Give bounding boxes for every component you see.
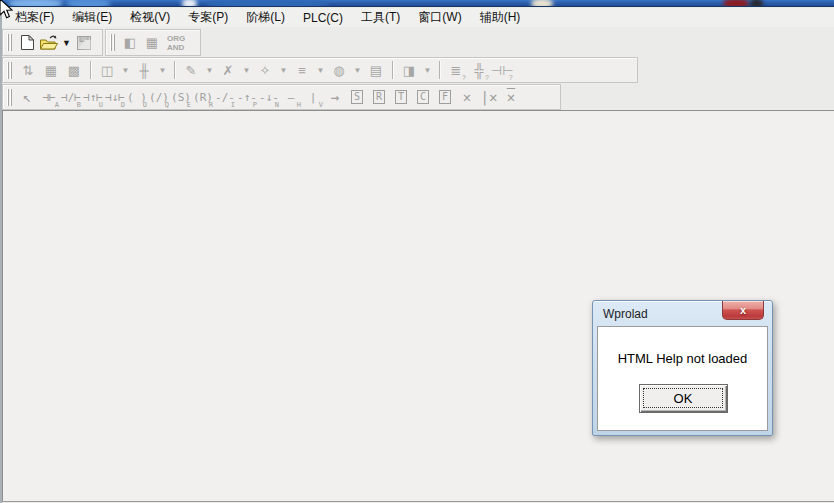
wallpaper-blob — [531, 0, 553, 7]
message-dialog: Wprolad x HTML Help not loaded OK — [592, 300, 773, 436]
toolbar-separator — [392, 61, 393, 79]
arrow-icon: → — [331, 89, 339, 105]
device-lamp-dropdown[interactable]: ▼ — [351, 60, 364, 81]
ladder-window-button[interactable]: ◧ — [119, 32, 141, 53]
toolbar-grip[interactable] — [7, 89, 13, 106]
contact-falling-tool-button[interactable]: ⊣↓⊢D — [104, 87, 126, 108]
contact-rising-tool-button[interactable]: ⊣↑⊢U — [82, 87, 104, 108]
pointer-tool-button[interactable]: ↖ — [16, 87, 38, 108]
edit-mode-button[interactable]: ✎ — [180, 60, 202, 81]
sfc-view-dropdown[interactable]: ▼ — [119, 60, 132, 81]
sfc-view-button[interactable]: ◫ — [96, 60, 118, 81]
open-file-button[interactable] — [38, 32, 60, 53]
dialog-body: HTML Help not loaded OK — [597, 326, 768, 431]
device-monitor-button[interactable]: ▩ — [63, 60, 85, 81]
menu-edit[interactable]: 编辑(E) — [63, 7, 121, 28]
ladder-view-button[interactable]: ╫ — [133, 60, 155, 81]
open-dropdown-arrow[interactable]: ▼ — [60, 32, 73, 53]
device-lamp-icon: ◍ — [333, 63, 344, 78]
toolbar-separator — [439, 61, 440, 79]
toolbar-grip[interactable] — [7, 34, 13, 51]
menu-ladder[interactable]: 阶梯(L) — [237, 7, 294, 28]
delete-vline-icon: |✕ — [481, 89, 498, 105]
counter-tool-button[interactable]: C — [412, 87, 434, 108]
dialog-close-button[interactable]: x — [722, 301, 764, 320]
function-tool-button[interactable]: F — [434, 87, 456, 108]
invert-tool-button[interactable]: -/-I — [214, 87, 236, 108]
new-file-button[interactable] — [16, 32, 38, 53]
instruction-list-dropdown[interactable]: ▼ — [314, 60, 327, 81]
coil-tool-button[interactable]: ( )O — [126, 87, 148, 108]
simulator-button[interactable]: ▦ — [40, 60, 62, 81]
timer-tool-button[interactable]: T — [390, 87, 412, 108]
comment-table-button[interactable]: ▤ — [365, 60, 387, 81]
step-r-tool-button[interactable]: R — [368, 87, 390, 108]
device-lamp-button[interactable]: ◍ — [328, 60, 350, 81]
function-icon: F — [439, 90, 451, 104]
save-button[interactable] — [73, 32, 95, 53]
instruction-keypad-button[interactable]: ▦ — [141, 32, 163, 53]
help-instruction-icon: ≣ — [451, 63, 462, 78]
delete-vline-tool-button[interactable]: |✕ — [478, 87, 500, 108]
ladder-view-icon: ╫ — [139, 63, 148, 78]
close-icon: x — [740, 305, 746, 316]
edit-mode-dropdown[interactable]: ▼ — [203, 60, 216, 81]
rising-pulse-tool-button[interactable]: -↑-P — [236, 87, 258, 108]
help-instruction-button[interactable]: ≣ ? — [445, 60, 467, 81]
menu-plc[interactable]: PLC(C) — [294, 9, 352, 27]
device-monitor-icon: ▩ — [68, 63, 80, 78]
hline-tool-button[interactable]: —H — [280, 87, 302, 108]
help-ladder-icon: ╬ — [474, 63, 483, 78]
offline-user-button[interactable]: ✗ — [217, 60, 239, 81]
menu-window[interactable]: 窗口(W) — [409, 7, 470, 28]
delete-tool-button[interactable]: ✕ — [456, 87, 478, 108]
falling-pulse-tool-button[interactable]: -↓-N — [258, 87, 280, 108]
find-in-table-icon: ◨ — [403, 63, 415, 78]
monitor-lamp-dropdown[interactable]: ▼ — [277, 60, 290, 81]
menu-project[interactable]: 专案(P) — [179, 7, 237, 28]
offline-user-dropdown[interactable]: ▼ — [240, 60, 253, 81]
dialog-title: Wprolad — [603, 307, 648, 321]
output-arrow-tool-button[interactable]: → — [324, 87, 346, 108]
ok-button[interactable]: OK — [639, 384, 728, 413]
find-in-table-button[interactable]: ◨ — [398, 60, 420, 81]
menu-tools[interactable]: 工具(T) — [352, 7, 409, 28]
instruction-list-button[interactable]: ≡ — [291, 60, 313, 81]
help-contact-button[interactable]: ⊣⊢ ? — [491, 60, 514, 81]
wallpaper-blob — [182, 0, 197, 7]
wallpaper-blob — [205, 0, 330, 7]
vline-tool-button[interactable]: |V — [302, 87, 324, 108]
monitor-lamp-icon: ✧ — [260, 63, 271, 78]
contact-nc-tool-button[interactable]: ⊣/⊢B — [60, 87, 82, 108]
menu-file[interactable]: 档案(F) — [6, 7, 63, 28]
window-titlebar-sliver — [0, 0, 834, 7]
delete-row-icon: ✕ — [507, 89, 515, 105]
contact-no-tool-button[interactable]: ⊣⊢A — [38, 87, 60, 108]
help-ladder-button[interactable]: ╬ ? — [468, 60, 490, 81]
question-mark: ? — [509, 74, 513, 81]
find-in-table-dropdown[interactable]: ▼ — [421, 60, 434, 81]
menu-bar: 档案(F) 编辑(E) 检视(V) 专案(P) 阶梯(L) PLC(C) 工具(… — [2, 8, 834, 27]
reset-coil-tool-button[interactable]: (R)R — [192, 87, 214, 108]
org-and-button[interactable]: ORG AND — [163, 34, 189, 52]
sfc-view-icon: ◫ — [101, 63, 113, 78]
toolbar-grip[interactable] — [110, 34, 116, 51]
simulator-chip-icon: ▦ — [45, 63, 57, 78]
delete-row-tool-button[interactable]: ✕ — [500, 87, 522, 108]
dialog-message: HTML Help not loaded — [598, 351, 767, 366]
set-coil-tool-button[interactable]: (S)E — [170, 87, 192, 108]
toolbar-grip[interactable] — [7, 62, 13, 79]
open-folder-icon — [39, 34, 59, 51]
menu-help[interactable]: 辅助(H) — [471, 7, 530, 28]
timer-icon: T — [395, 90, 407, 104]
menu-view[interactable]: 检视(V) — [121, 7, 179, 28]
counter-icon: C — [417, 90, 429, 104]
new-file-icon — [20, 34, 35, 51]
comment-table-icon: ▤ — [370, 63, 382, 78]
ladder-view-dropdown[interactable]: ▼ — [156, 60, 169, 81]
coil-not-tool-button[interactable]: (/)Q — [148, 87, 170, 108]
step-s-tool-button[interactable]: S — [346, 87, 368, 108]
monitor-lamp-button[interactable]: ✧ — [254, 60, 276, 81]
question-mark: ? — [462, 74, 466, 81]
ladder-convert-button[interactable]: ⇅ — [17, 60, 39, 81]
